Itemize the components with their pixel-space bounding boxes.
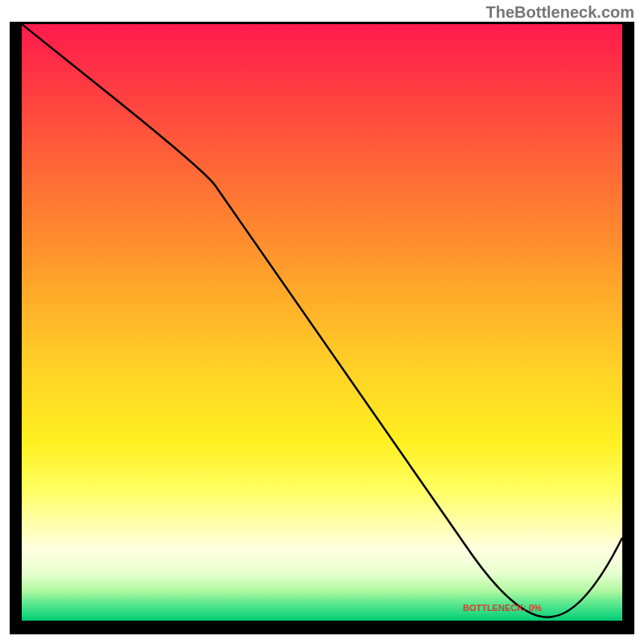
watermark-text: TheBottleneck.com xyxy=(486,3,634,22)
data-line xyxy=(22,24,622,617)
chart-container: TheBottleneck.com BOTTLENECK: 0% xyxy=(0,0,644,644)
plot-area: BOTTLENECK: 0% xyxy=(22,24,622,621)
plot-frame: BOTTLENECK: 0% xyxy=(10,22,634,634)
line-plot xyxy=(22,24,622,621)
bottleneck-marker-label: BOTTLENECK: 0% xyxy=(463,603,542,613)
